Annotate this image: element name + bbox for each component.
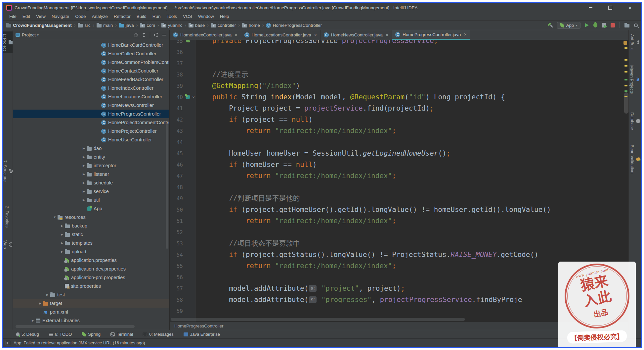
code-line[interactable]: 44 — [170, 136, 628, 148]
chevron-right-icon[interactable]: ▶ — [37, 302, 43, 305]
breadcrumb-item-base[interactable]: base — [189, 23, 205, 28]
tree-vertical-scrollbar[interactable] — [166, 123, 168, 249]
tree-item[interactable]: CHomeNewsController — [13, 101, 169, 110]
stripe-item-database[interactable]: Database — [629, 110, 641, 132]
locate-file-icon[interactable] — [134, 33, 138, 37]
tree-item[interactable]: ▶dao — [13, 144, 169, 153]
stop-button[interactable] — [611, 23, 615, 27]
code-line[interactable]: 38 //进度显示 — [170, 69, 628, 80]
tree-item[interactable]: ▶schedule — [13, 178, 169, 187]
code-line[interactable]: 59 — [170, 305, 628, 317]
editor-horizontal-scrollbar[interactable] — [171, 318, 465, 321]
chevron-right-icon[interactable]: ▶ — [45, 293, 50, 296]
close-tab-icon[interactable]: × — [235, 32, 237, 38]
breadcrumb-item-home[interactable]: home — [242, 23, 260, 28]
tree-item[interactable]: ▶External Libraries — [13, 316, 169, 325]
breadcrumb-item-crowdfundingmanagement[interactable]: CrowdFundingManagement — [6, 23, 72, 28]
bean-line-gutter[interactable] — [184, 95, 192, 99]
code-line[interactable]: 36 — [170, 46, 628, 58]
tree-item[interactable]: mpom.xml — [13, 308, 169, 316]
chevron-right-icon[interactable]: ▶ — [59, 241, 65, 245]
code-line[interactable]: 55 return "redirect:/home/index/index"; — [170, 260, 628, 272]
code-line[interactable]: 49 //判断项目是不是他的 — [170, 193, 628, 204]
menu-view[interactable]: View — [33, 13, 49, 20]
code-line[interactable]: 43 return "redirect:/home/index/index"; — [170, 125, 628, 136]
stripe-item-maven-projects[interactable]: mMaven Projects — [629, 63, 641, 96]
build-icon[interactable] — [547, 23, 552, 28]
toolwindow-button--messages[interactable]: 0: Messages — [143, 332, 174, 337]
tree-item[interactable]: CHomeIndexController — [13, 84, 169, 92]
run-configuration-select[interactable]: App ▾ — [557, 22, 580, 29]
tree-item[interactable]: CHomeUserController — [13, 135, 169, 144]
close-tab-icon[interactable]: × — [386, 32, 388, 38]
menu-file[interactable]: File — [6, 13, 20, 20]
menu-vcs[interactable]: VCS — [180, 13, 195, 20]
breadcrumb-item-com[interactable]: com — [140, 23, 155, 28]
tree-item[interactable]: App — [13, 204, 169, 213]
code-line[interactable]: 35 private ProjectProgressService projec… — [170, 40, 628, 46]
search-everywhere-icon[interactable] — [634, 24, 638, 27]
code-line[interactable]: 42 if (project == null) — [170, 114, 628, 125]
menu-analyze[interactable]: Analyze — [89, 13, 111, 20]
tab-homeindexcontroller.java[interactable]: CHomeIndexController.java× — [170, 30, 241, 40]
chevron-right-icon[interactable]: ▶ — [30, 319, 36, 322]
menu-edit[interactable]: Edit — [20, 13, 33, 20]
tab-homenewscontroller.java[interactable]: CHomeNewsController.java× — [321, 30, 392, 40]
tree-item[interactable]: ▶interceptor — [13, 161, 169, 170]
tool-window-switcher-icon[interactable] — [6, 341, 10, 345]
breadcrumb-item-controller[interactable]: controller — [211, 23, 236, 28]
code-line[interactable]: 58 model.addAttribute(s: "progresses", p… — [170, 294, 628, 305]
chevron-right-icon[interactable]: ▶ — [81, 181, 87, 184]
stripe-item--favorites[interactable]: 2: Favorites — [4, 204, 12, 229]
tree-horizontal-scrollbar[interactable] — [16, 325, 135, 328]
code-line[interactable]: 40∨ public String index(Model model, @Re… — [170, 91, 628, 103]
close-tab-icon[interactable]: × — [464, 32, 466, 37]
chevron-right-icon[interactable]: ▶ — [59, 250, 65, 253]
tree-item[interactable]: CHomeProgressController — [13, 110, 169, 118]
code-line[interactable]: 47 return "redirect:/home/index/index"; — [170, 170, 628, 181]
gear-icon[interactable] — [154, 33, 158, 37]
tab-homelocationscontroller.java[interactable]: CHomeLocationsController.java× — [241, 30, 321, 40]
code-line[interactable]: 50 if (project.getHomeUser().getId().lon… — [170, 204, 628, 215]
tree-item[interactable]: ▶backup — [13, 222, 169, 230]
autowire-gutter[interactable] — [184, 40, 192, 42]
toolwindow-button--debug[interactable]: 5: Debug — [16, 332, 39, 337]
toolwindow-button-java-enterprise[interactable]: Java Enterprise — [184, 332, 220, 337]
chevron-right-icon[interactable]: ▶ — [81, 164, 87, 167]
code-line[interactable]: 51 return "redirect:/home/index/index"; — [170, 215, 628, 226]
inspection-indicator[interactable] — [623, 41, 627, 45]
hide-panel-icon[interactable] — [162, 35, 166, 35]
tree-item[interactable]: CHomeProjectCommentController — [13, 118, 169, 127]
project-panel-title[interactable]: Project — [22, 32, 36, 37]
debug-button[interactable] — [593, 23, 597, 27]
menu-run[interactable]: Run — [150, 13, 164, 20]
code-line[interactable]: 37 — [170, 58, 628, 69]
code-line[interactable]: 56 — [170, 272, 628, 283]
chevron-right-icon[interactable]: ▶ — [81, 155, 87, 159]
tree-item[interactable]: ▼resources — [13, 213, 169, 222]
tree-item[interactable]: CHomeContactController — [13, 67, 169, 75]
close-button[interactable]: × — [626, 5, 634, 11]
run-with-coverage-icon[interactable] — [602, 23, 606, 27]
tree-item[interactable]: ▶templates — [13, 239, 169, 247]
code-line[interactable]: 39 @GetMapping("/index") — [170, 80, 628, 91]
tree-item[interactable]: ▶service — [13, 187, 169, 196]
breadcrumb-item-homeprogresscontroller[interactable]: CHomeProgressController — [266, 23, 322, 28]
collapse-all-icon[interactable] — [142, 33, 146, 37]
chevron-down-icon[interactable]: ▾ — [37, 33, 39, 37]
chevron-down-icon[interactable]: ▼ — [52, 216, 58, 219]
tree-item[interactable]: ▶test — [13, 290, 169, 299]
minimize-button[interactable] — [586, 5, 595, 11]
tree-item[interactable]: ▶target — [13, 299, 169, 308]
tree-item[interactable]: application-dev.properties — [13, 265, 169, 273]
code-line[interactable]: 45 HomeUser homeUser = SessionUtil.getLo… — [170, 148, 628, 159]
menu-code[interactable]: Code — [72, 13, 89, 20]
tree-item[interactable]: CHomeCollectController — [13, 49, 169, 58]
toolwindow-button--todo[interactable]: 6: TODO — [49, 332, 72, 337]
tree-item[interactable]: ▶entity — [13, 153, 169, 161]
tree-item[interactable]: ▶upload — [13, 247, 169, 256]
tab-homeprogresscontroller.java[interactable]: CHomeProgressController.java× — [392, 30, 470, 40]
breadcrumb-item-main[interactable]: main — [97, 23, 113, 28]
tree-item[interactable]: ▶listener — [13, 170, 169, 178]
toolwindow-button-terminal[interactable]: >_Terminal — [110, 332, 133, 337]
